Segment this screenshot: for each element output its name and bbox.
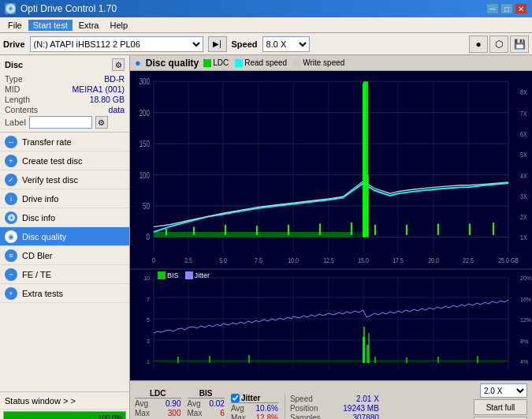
svg-text:17.5: 17.5 (392, 257, 404, 265)
menu-file[interactable]: File (3, 20, 27, 31)
app-title: Opti Drive Control 1.70 (20, 3, 117, 14)
nav-label-disc-quality: Disc quality (22, 232, 66, 241)
disc-panel: Disc ⚙ Type BD-R MID MEIRA1 (001) Length… (0, 55, 129, 133)
svg-rect-87 (154, 360, 508, 362)
svg-text:4%: 4% (520, 359, 528, 365)
ldc-avg-row: Avg 0.90 (135, 399, 181, 408)
top-chart-svg: 0 50 100 150 200 300 1X 2X 3X 4X 5X 6X 7… (130, 71, 532, 268)
start-full-button[interactable]: Start full (474, 399, 527, 415)
svg-rect-49 (256, 226, 258, 235)
svg-rect-98 (368, 333, 370, 363)
sidebar-item-cd-bler[interactable]: ≡ CD Bler (0, 246, 129, 265)
disc-icon-btn[interactable]: ⬡ (489, 36, 508, 53)
svg-text:0: 0 (147, 233, 150, 241)
svg-text:5: 5 (147, 317, 150, 323)
svg-text:7.5: 7.5 (255, 257, 262, 265)
maximize-button[interactable]: □ (500, 3, 513, 14)
speed-val: 2.01 X (356, 395, 379, 403)
svg-text:300: 300 (140, 77, 150, 86)
svg-text:7: 7 (147, 297, 150, 302)
speed-select[interactable]: 8.0 X (262, 36, 310, 52)
avg-label: Avg (135, 399, 148, 408)
jitter-checkbox[interactable] (231, 394, 240, 402)
svg-rect-89 (209, 356, 210, 363)
length-value: 18.80 GB (41, 95, 125, 104)
sidebar-item-create-test-disc[interactable]: + Create test disc (0, 152, 129, 170)
drive-info-icon: i (5, 193, 17, 205)
svg-text:20%: 20% (520, 275, 531, 281)
svg-rect-88 (177, 357, 179, 363)
close-button[interactable]: ✕ (515, 3, 527, 14)
label-settings-button[interactable]: ⚙ (95, 116, 108, 129)
ldc-max-row: Max 300 (135, 409, 181, 417)
ldc-max-val: 300 (168, 409, 181, 417)
disc-info-icon: 💿 (5, 211, 17, 224)
chart-speed-select[interactable]: 2.0 X (480, 383, 527, 398)
svg-text:12%: 12% (520, 317, 531, 323)
read-icon-btn[interactable]: ● (469, 36, 488, 53)
bis-legend-label: BIS (167, 271, 179, 279)
bis-max-val: 6 (220, 409, 225, 417)
svg-rect-96 (477, 356, 478, 363)
sidebar-item-extra-tests[interactable]: + Extra tests (0, 284, 129, 303)
avg-label-bis: Avg (188, 399, 201, 408)
svg-text:1X: 1X (520, 234, 527, 242)
sidebar-item-fe-te[interactable]: ~ FE / TE (0, 265, 129, 284)
svg-text:20.0: 20.0 (428, 257, 439, 265)
svg-text:8%: 8% (520, 339, 528, 344)
contents-value: data (41, 105, 125, 114)
status-window-button[interactable]: Status window > > (0, 392, 129, 410)
svg-text:5.0: 5.0 (219, 257, 227, 265)
progress-bar-container: 100.0% (3, 411, 126, 419)
samples-label: Samples (290, 413, 321, 420)
right-controls: 2.0 X Start full Start part (474, 383, 527, 419)
position-label: Position (290, 404, 318, 413)
minimize-button[interactable]: ─ (486, 3, 499, 14)
menu-start-test[interactable]: Start test (28, 20, 73, 31)
fe-te-icon: ~ (5, 268, 17, 281)
sidebar-item-drive-info[interactable]: i Drive info (0, 189, 129, 208)
svg-text:2X: 2X (520, 213, 527, 221)
svg-text:7X: 7X (520, 110, 527, 118)
sidebar-item-verify-test-disc[interactable]: ✓ Verify test disc (0, 170, 129, 189)
svg-text:100: 100 (140, 171, 150, 180)
svg-text:0: 0 (152, 257, 155, 265)
verify-test-disc-icon: ✓ (5, 174, 17, 186)
svg-rect-52 (351, 223, 352, 235)
menubar: File Start test Extra Help (0, 17, 532, 33)
jitter-header-row: Jitter (231, 394, 278, 403)
nav-label-disc-info: Disc info (22, 213, 55, 223)
svg-text:8X: 8X (520, 88, 527, 96)
length-key: Length (5, 95, 38, 104)
nav-label-transfer-rate: Transfer rate (22, 137, 72, 147)
disc-settings-button[interactable]: ⚙ (112, 58, 125, 71)
menu-help[interactable]: Help (105, 20, 132, 31)
drive-select[interactable]: (N:) ATAPI iHBS112 2 PL06 (30, 36, 203, 52)
disc-title: Disc (5, 60, 23, 69)
app-icon: 💿 (5, 3, 16, 14)
svg-rect-59 (493, 223, 494, 235)
eject-button[interactable]: ▶| (208, 36, 227, 52)
progress-text: 100.0% (98, 412, 122, 419)
sidebar-bottom: Status window > > 100.0% Test completed … (0, 391, 129, 419)
chart-title: Disc quality (146, 58, 199, 69)
svg-text:10.0: 10.0 (288, 257, 299, 265)
jitter-column: Jitter Avg 10.6% Max 12.8% (231, 394, 278, 419)
svg-rect-53 (363, 84, 366, 238)
sidebar-item-disc-info[interactable]: 💿 Disc info (0, 208, 129, 227)
sidebar-item-disc-quality[interactable]: ◉ Disc quality (0, 227, 129, 246)
svg-rect-55 (374, 225, 376, 235)
svg-rect-48 (225, 225, 226, 235)
speed-label: Speed (232, 39, 258, 49)
legend-ldc-label: LDC (213, 58, 229, 67)
jitter-max-row: Max 12.8% (231, 413, 278, 419)
nav-label-create-test-disc: Create test disc (22, 156, 82, 166)
save-icon-btn[interactable]: 💾 (510, 36, 529, 53)
svg-text:1: 1 (147, 359, 150, 365)
svg-text:4X: 4X (520, 172, 527, 180)
svg-rect-57 (437, 223, 439, 234)
samples-row: Samples 307880 (290, 413, 379, 420)
label-input[interactable] (29, 116, 92, 129)
sidebar-item-transfer-rate[interactable]: ↔ Transfer rate (0, 133, 129, 152)
menu-extra[interactable]: Extra (74, 20, 104, 31)
